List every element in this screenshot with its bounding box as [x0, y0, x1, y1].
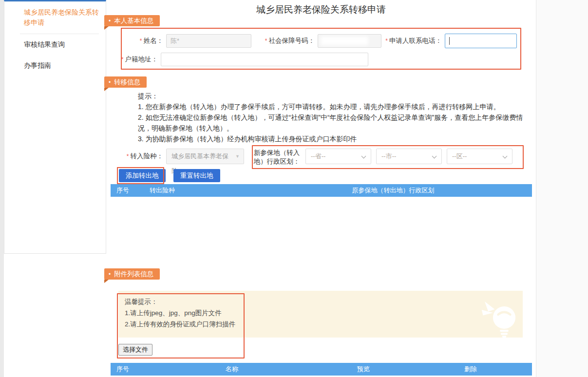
- column-header-seq: 序号: [111, 365, 161, 374]
- address-label: *户籍地址：: [110, 53, 158, 66]
- chevron-down-icon: [503, 154, 508, 159]
- section-badge-attachments: •附件列表信息: [104, 268, 160, 280]
- phone-field[interactable]: [445, 34, 517, 48]
- province-select[interactable]: --省--: [305, 149, 371, 164]
- ssn-field: [318, 34, 381, 48]
- tips-title: 提示：: [138, 91, 533, 101]
- name-label: *姓名：: [117, 34, 163, 48]
- sidebar-item-guide[interactable]: 办事指南: [4, 55, 106, 76]
- text-cursor: [449, 37, 450, 45]
- page: 城乡居民养老保险关系转移申请 审核结果查询 办事指南 城乡居民养老保险关系转移申…: [0, 0, 588, 377]
- right-gutter: [536, 0, 588, 377]
- insurance-type-label: *转入险种：: [113, 150, 163, 163]
- column-header-name: 名称: [161, 365, 303, 374]
- tip-line: 3. 为协助新参保地（转入地）经办机构审核请上传身份证或户口本影印件: [138, 133, 533, 144]
- insurance-type-select: 城乡居民基本养老保险 ▼: [166, 149, 244, 164]
- column-header-seq: 序号: [111, 186, 150, 195]
- sidebar-item-transfer-apply[interactable]: 城乡居民养老保险关系转移申请: [4, 1, 106, 34]
- name-field: [166, 34, 251, 48]
- section-badge-transfer-info: •转移信息: [104, 76, 147, 88]
- dropdown-arrow-icon: ▼: [235, 149, 240, 164]
- add-transfer-out-button[interactable]: 添加转出地: [119, 169, 166, 182]
- transfer-out-table-header: 序号 转出险种 原参保地（转出地）行政区划: [111, 184, 532, 197]
- section-badge-basic-info: •本人基本信息: [104, 15, 160, 26]
- reset-transfer-out-button[interactable]: 重置转出地: [173, 169, 220, 182]
- sidebar-item-audit-result[interactable]: 审核结果查询: [4, 34, 106, 55]
- attachments-table-header: 序号 名称 预览 删除: [111, 363, 532, 376]
- district-select[interactable]: --区--: [447, 149, 512, 164]
- address-field[interactable]: [161, 53, 368, 66]
- tip-line: 1. 您在新参保地（转入地）办理了参保手续后，方可申请转移。如未办理，请先办理参…: [138, 101, 533, 112]
- column-header-preview: 预览: [303, 365, 424, 374]
- ssn-label: *社会保障号码：: [244, 34, 315, 48]
- tip-line: 2. 如您无法准确定位新参保地（转入地），可通过“社保查询”中“年度社会保险个人…: [138, 112, 533, 133]
- upload-tips-title: 温馨提示：: [125, 296, 523, 307]
- bullet-icon: •: [109, 271, 111, 278]
- chevron-down-icon: [432, 154, 437, 159]
- choose-file-button[interactable]: 选择文件: [118, 344, 152, 356]
- transfer-tips: 提示： 1. 您在新参保地（转入地）办理了参保手续后，方可申请转移。如未办理，请…: [138, 91, 533, 144]
- city-select[interactable]: --市--: [376, 149, 442, 164]
- chevron-down-icon: [361, 154, 366, 159]
- bullet-icon: •: [109, 79, 111, 86]
- column-header-insurance-type: 转出险种: [150, 186, 254, 195]
- column-header-origin-region: 原参保地（转出地）行政区划: [254, 186, 532, 195]
- ssn-redaction-blur: [321, 37, 368, 45]
- phone-label: *申请人联系电话：: [378, 34, 442, 48]
- upload-tips-panel: 温馨提示： 1.请上传jpeg、jpg、png图片文件 2.请上传有效的身份证或…: [118, 291, 523, 338]
- bullet-icon: •: [109, 18, 111, 24]
- upload-tip-line: 1.请上传jpeg、jpg、png图片文件: [125, 307, 523, 319]
- new-region-label: 新参保地（转入地）行政区划：: [253, 149, 301, 166]
- left-gutter: [0, 0, 4, 377]
- sidebar: 城乡居民养老保险关系转移申请 审核结果查询 办事指南: [4, 0, 106, 254]
- page-title: 城乡居民养老保险关系转移申请: [106, 3, 536, 16]
- upload-tip-line: 2.请上传有效的身份证或户口簿扫描件: [125, 319, 523, 330]
- column-header-delete: 删除: [424, 365, 517, 374]
- lightbulb-icon: [481, 297, 520, 338]
